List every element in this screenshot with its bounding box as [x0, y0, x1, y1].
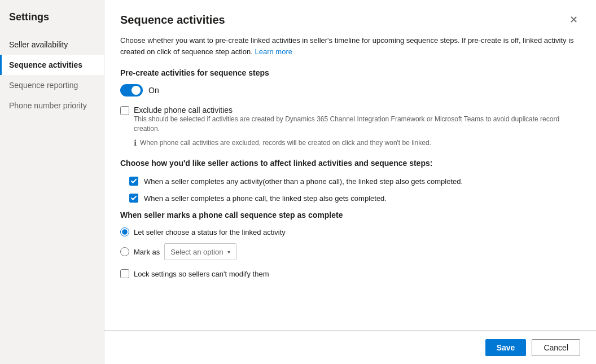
- toggle-label: On: [148, 86, 159, 95]
- radio-section: When seller marks a phone call sequence …: [120, 210, 580, 260]
- cancel-button[interactable]: Cancel: [532, 339, 580, 356]
- chevron-down-icon: ▾: [227, 249, 230, 255]
- save-button[interactable]: Save: [485, 339, 527, 356]
- radio1-label: Let seller choose a status for the linke…: [134, 228, 286, 236]
- sidebar: Settings Seller availability Sequence ac…: [0, 0, 104, 364]
- checkbox1[interactable]: [129, 177, 138, 186]
- exclude-checkbox-label: Exclude phone call activities: [134, 106, 580, 115]
- sidebar-item-phone-number-priority[interactable]: Phone number priority: [0, 95, 104, 116]
- radio2-label: Mark as: [134, 248, 160, 256]
- checkbox1-label: When a seller completes any activity(oth…: [144, 177, 463, 186]
- checkbox2[interactable]: [129, 194, 138, 203]
- pre-create-toggle[interactable]: [120, 84, 143, 97]
- exclude-checkbox-row: Exclude phone call activities This shoul…: [120, 106, 580, 134]
- pre-create-section-label: Pre-create activities for sequence steps: [120, 68, 580, 77]
- close-button[interactable]: ✕: [567, 11, 580, 28]
- info-row: ℹ When phone call activities are exclude…: [134, 138, 580, 148]
- info-icon: ℹ: [134, 138, 137, 147]
- radio-section-label: When seller marks a phone call sequence …: [120, 210, 580, 220]
- dialog-title: Sequence activities: [120, 14, 225, 27]
- lock-row: Lock settings so sellers can't modify th…: [120, 269, 580, 278]
- description-text: Choose whether you want to pre-create li…: [120, 35, 580, 57]
- dialog-footer: Save Cancel: [104, 331, 596, 364]
- info-text: When phone call activities are excluded,…: [140, 138, 431, 148]
- exclude-checkbox[interactable]: [120, 106, 129, 115]
- exclude-checkbox-sub-label: This should be selected if activities ar…: [134, 115, 580, 134]
- learn-more-link[interactable]: Learn more: [255, 47, 292, 56]
- checkbox2-label: When a seller completes a phone call, th…: [144, 194, 387, 203]
- radio1-row: Let seller choose a status for the linke…: [120, 227, 580, 236]
- checkbox2-row: When a seller completes a phone call, th…: [129, 194, 580, 203]
- select-placeholder: Select an option: [170, 248, 223, 256]
- sidebar-item-sequence-activities[interactable]: Sequence activities: [0, 55, 104, 75]
- close-icon: ✕: [569, 14, 578, 26]
- dialog-header: Sequence activities ✕: [104, 0, 596, 35]
- lock-label: Lock settings so sellers can't modify th…: [134, 270, 269, 278]
- main-panel: Sequence activities ✕ Choose whether you…: [104, 0, 596, 364]
- radio1[interactable]: [120, 227, 129, 236]
- lock-checkbox[interactable]: [120, 269, 129, 278]
- mark-as-dropdown[interactable]: Select an option ▾: [164, 243, 236, 260]
- checkbox1-row: When a seller completes any activity(oth…: [129, 177, 580, 186]
- bold-question: Choose how you'd like seller actions to …: [120, 159, 580, 168]
- dialog-body: Choose whether you want to pre-create li…: [104, 35, 596, 330]
- radio2[interactable]: [120, 247, 129, 256]
- radio2-row: Mark as Select an option ▾: [120, 243, 580, 260]
- sidebar-item-sequence-reporting[interactable]: Sequence reporting: [0, 75, 104, 95]
- toggle-row: On: [120, 84, 580, 97]
- sidebar-title: Settings: [0, 11, 104, 34]
- sidebar-item-seller-availability[interactable]: Seller availability: [0, 34, 104, 55]
